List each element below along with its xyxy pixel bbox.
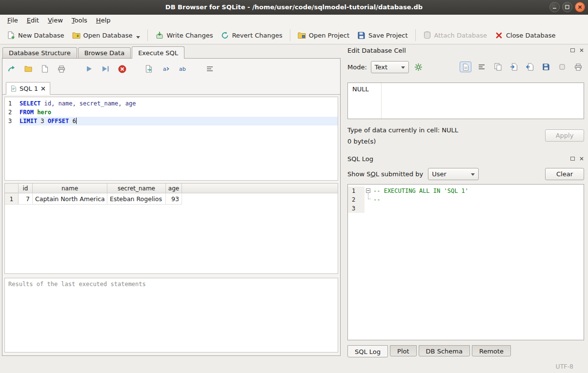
log-line: 3 <box>348 204 584 213</box>
copy-icon <box>494 63 502 71</box>
line-number: 3 <box>5 117 20 125</box>
column-header-id[interactable]: id <box>19 184 33 193</box>
tab-browse-data[interactable]: Browse Data <box>78 47 131 58</box>
cell-mode-row: Mode: Text <box>347 60 584 74</box>
execute-line-icon <box>102 65 109 72</box>
float-panel-button[interactable] <box>570 156 575 162</box>
sql-tab-1[interactable]: SQL 1 <box>6 82 50 95</box>
write-changes-button[interactable]: Write Changes <box>151 29 217 42</box>
tab-remote[interactable]: Remote <box>472 345 511 356</box>
new-database-button[interactable]: New Database <box>3 29 68 42</box>
revert-changes-button[interactable]: Revert Changes <box>217 29 286 42</box>
menu-view[interactable]: View <box>43 16 67 25</box>
cell-secret-name[interactable]: Esteban Rogelios <box>107 193 166 205</box>
submitter-combobox[interactable]: User <box>428 168 479 180</box>
sql-keyword: OFFSET <box>48 118 69 124</box>
toolbar-separator <box>415 29 416 41</box>
export-button[interactable] <box>524 62 536 72</box>
stop-icon <box>118 65 126 73</box>
text-view-button[interactable] <box>460 62 471 72</box>
menu-tools[interactable]: Tools <box>67 16 92 25</box>
new-sql-tab-icon <box>8 65 16 72</box>
sql-tab-icon <box>11 85 17 92</box>
left-pane: Database Structure Browse Data Execute S… <box>0 44 344 360</box>
print-cell-button[interactable] <box>572 62 584 72</box>
close-button[interactable] <box>575 2 585 12</box>
cell-id[interactable]: 7 <box>19 193 33 205</box>
line-number: 3 <box>348 204 365 213</box>
execution-results-pane[interactable]: Results of the last executed statements <box>4 278 338 352</box>
tab-db-schema[interactable]: DB Schema <box>419 345 470 356</box>
close-panel-icon <box>580 48 584 52</box>
tab-execute-sql[interactable]: Execute SQL <box>132 46 184 59</box>
toolbar-separator <box>290 29 290 41</box>
close-panel-button[interactable] <box>579 156 584 162</box>
results-grid[interactable]: id name secret_name age 1 7 Captain Nort… <box>4 183 338 274</box>
log-line: 2 -- <box>348 195 584 204</box>
execute-all-button[interactable] <box>83 63 94 74</box>
cell-name[interactable]: Captain North America <box>33 193 107 205</box>
print-sql-button[interactable] <box>56 63 67 74</box>
svg-text:ab: ab <box>179 66 186 72</box>
right-pane: Edit Database Cell Mode: Text <box>345 44 588 360</box>
table-row[interactable]: 1 7 Captain North America Esteban Rogeli… <box>5 193 338 205</box>
close-database-button[interactable]: Close Database <box>491 29 560 42</box>
open-database-button[interactable]: Open Database <box>68 29 144 42</box>
sql-tab-close-icon[interactable] <box>41 86 45 91</box>
open-sql-file-button[interactable] <box>23 63 34 74</box>
tab-database-structure[interactable]: Database Structure <box>2 47 77 58</box>
menu-file[interactable]: File <box>3 16 22 25</box>
save-as-button[interactable] <box>540 62 552 72</box>
open-database-dropdown-icon[interactable] <box>136 36 140 39</box>
sql-editor[interactable]: 1 SELECT id, name, secret_name, age 2 FR… <box>4 97 338 181</box>
column-header-age[interactable]: age <box>166 184 182 193</box>
find-replace-button[interactable]: ab <box>177 63 188 74</box>
find-replace-icon: ab <box>179 65 186 72</box>
row-number: 1 <box>5 193 19 205</box>
cell-editor-divider <box>381 83 382 119</box>
stop-button[interactable] <box>117 63 127 74</box>
cell-age[interactable]: 93 <box>166 193 182 205</box>
save-project-icon <box>357 31 365 40</box>
save-sql-file-button[interactable] <box>40 63 50 74</box>
column-header-secret-name[interactable]: secret_name <box>107 184 166 193</box>
sql-log-view[interactable]: 1 -- EXECUTING ALL IN 'SQL 1' 2 -- 3 <box>347 184 584 340</box>
clear-button[interactable]: Clear <box>545 168 584 180</box>
window-controls <box>549 2 585 12</box>
log-comment: -- EXECUTING ALL IN 'SQL 1' <box>373 186 468 195</box>
auto-switch-mode-button[interactable] <box>413 62 425 72</box>
close-database-icon <box>495 31 503 40</box>
new-sql-tab-button[interactable] <box>6 63 17 74</box>
import-icon <box>510 63 518 71</box>
minimize-button[interactable] <box>549 2 560 12</box>
tab-plot[interactable]: Plot <box>390 345 417 356</box>
copy-button[interactable] <box>492 62 504 72</box>
maximize-button[interactable] <box>562 2 572 12</box>
svg-text:a: a <box>163 66 166 72</box>
sql-log-filter-row: Show SQL submitted by User Clear <box>347 167 584 181</box>
encoding-indicator[interactable]: UTF-8 <box>556 363 573 370</box>
close-panel-icon <box>580 157 584 161</box>
import-button[interactable] <box>508 62 520 72</box>
titlebar[interactable]: DB Browser for SQLite - /home/user/code/… <box>0 0 588 15</box>
execute-line-button[interactable] <box>100 63 111 74</box>
close-panel-button[interactable] <box>579 48 584 53</box>
set-null-button[interactable] <box>556 62 568 72</box>
float-panel-button[interactable] <box>570 48 575 53</box>
main-toolbar: New Database Open Database Write Changes… <box>0 26 588 44</box>
format-sql-button[interactable] <box>204 63 215 74</box>
save-project-button[interactable]: Save Project <box>353 29 412 42</box>
mode-combobox[interactable]: Text <box>371 61 409 73</box>
tab-sql-log[interactable]: SQL Log <box>347 345 388 357</box>
autocomplete-button[interactable]: a <box>161 63 171 74</box>
fold-collapse-icon[interactable] <box>366 188 370 193</box>
cell-content-editor[interactable]: NULL <box>347 83 584 119</box>
word-wrap-icon <box>478 64 485 70</box>
menu-help[interactable]: Help <box>92 16 115 25</box>
word-wrap-button[interactable] <box>476 62 487 72</box>
fold-column <box>365 186 373 195</box>
menu-edit[interactable]: Edit <box>22 16 43 25</box>
open-in-new-tab-button[interactable] <box>144 63 155 74</box>
column-header-name[interactable]: name <box>33 184 107 193</box>
open-project-button[interactable]: Open Project <box>294 29 353 42</box>
